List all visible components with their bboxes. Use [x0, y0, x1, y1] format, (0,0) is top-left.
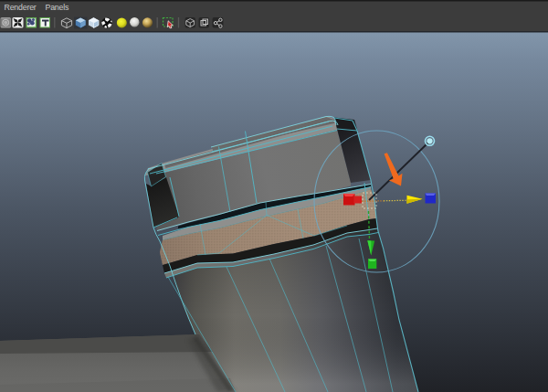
- svg-text:Renderer: Renderer: [5, 3, 37, 12]
- svg-text:Panels: Panels: [46, 3, 69, 12]
- svg-text:persp: persp: [239, 388, 267, 392]
